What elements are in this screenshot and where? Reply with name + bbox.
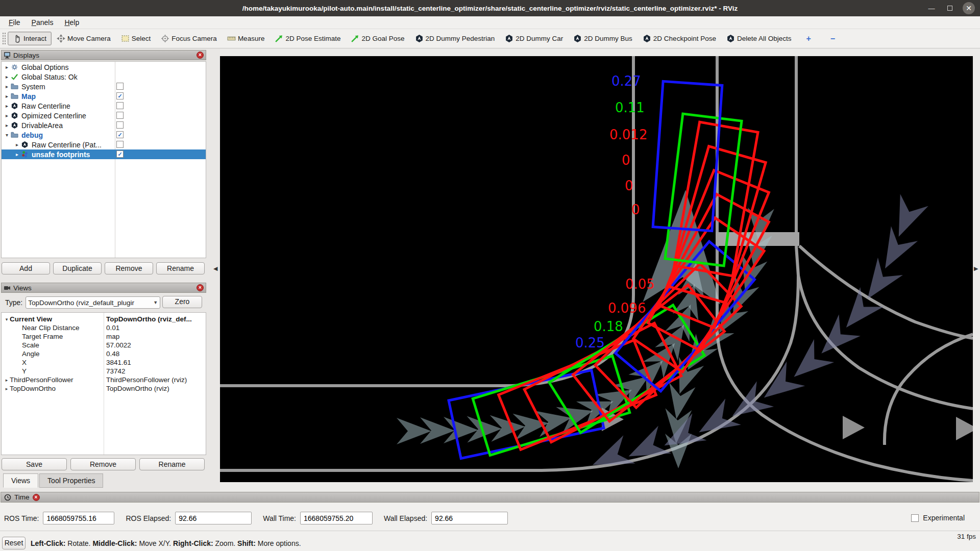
tool-label: Focus Camera [172, 35, 217, 42]
minus-tool-button[interactable]: − [827, 32, 839, 46]
view-property-row-angle[interactable]: Angle0.48 [2, 349, 206, 358]
expander-closed-icon[interactable]: ▸ [4, 378, 10, 383]
right-lane-arrow [843, 416, 865, 439]
displays-tree: ▸Global Options▸Global Status: Ok▸System… [1, 61, 206, 258]
wall-time-input[interactable] [300, 512, 373, 524]
minimize-icon[interactable]: — [926, 3, 937, 14]
display-row-global-options[interactable]: ▸Global Options [2, 62, 206, 72]
view-property-row-near-clip-distance[interactable]: Near Clip Distance0.01 [2, 323, 206, 332]
dock-collapse-right-icon[interactable]: ▶ [974, 265, 978, 272]
views-remove-button[interactable]: Remove [70, 458, 136, 470]
maximize-icon[interactable] [944, 3, 955, 14]
view-property-row-scale[interactable]: Scale57.0022 [2, 341, 206, 349]
tool-select[interactable]: Select [116, 32, 156, 45]
expander-closed-icon[interactable]: ▸ [4, 103, 10, 109]
tab-views[interactable]: Views [3, 473, 38, 488]
time-panel: Time × ROS Time:ROS Elapsed:Wall Time:Wa… [0, 491, 980, 531]
tool-2d-dummy-bus[interactable]: 2D Dummy Bus [568, 32, 638, 45]
tool-delete-all-objects[interactable]: Delete All Objects [721, 32, 797, 45]
view-property-row-target-frame[interactable]: Target Framemap [2, 332, 206, 341]
displays-duplicate-button[interactable]: Duplicate [53, 262, 102, 274]
display-label: Global Options [21, 63, 69, 71]
expander-closed-icon[interactable]: ▸ [14, 142, 20, 147]
time-panel-title: Time [14, 493, 30, 501]
expander-closed-icon[interactable]: ▸ [4, 64, 10, 70]
expander-closed-icon[interactable]: ▸ [4, 84, 10, 89]
expander-closed-icon[interactable]: ▸ [4, 122, 10, 128]
view-property-row-x[interactable]: X3841.61 [2, 358, 206, 367]
display-row-debug[interactable]: ▾debug [2, 130, 206, 140]
menu-panels[interactable]: Panels [26, 17, 59, 28]
zero-button[interactable]: Zero [162, 296, 202, 308]
expander-closed-icon[interactable]: ▸ [4, 113, 10, 118]
title-bar: /home/takayukimurooka/pilot-auto.main/in… [0, 0, 980, 16]
ros-elapsed-input[interactable] [175, 512, 252, 524]
tool-measure[interactable]: Measure [222, 32, 270, 45]
menu-help[interactable]: Help [59, 17, 85, 28]
display-row-unsafe-footprints[interactable]: ▸unsafe footprints [2, 149, 206, 159]
displays-add-button[interactable]: Add [2, 262, 50, 274]
enable-checkbox[interactable]: ✓ [116, 151, 124, 158]
enable-checkbox[interactable] [116, 141, 124, 148]
wall-elapsed-input[interactable] [431, 512, 508, 524]
view-property-row-topdownortho[interactable]: ▸TopDownOrthoTopDownOrtho (rviz) [2, 384, 206, 393]
time-close-icon[interactable]: × [33, 494, 40, 501]
enable-checkbox[interactable] [116, 112, 124, 119]
display-label: Global Status: Ok [21, 73, 78, 81]
enable-checkbox[interactable]: ✓ [116, 131, 124, 138]
tool-move-camera[interactable]: Move Camera [52, 32, 116, 45]
window-controls: — ✕ [926, 0, 975, 16]
expander-closed-icon[interactable]: ▸ [4, 74, 10, 80]
enable-checkbox[interactable] [116, 102, 124, 109]
dock-collapse-left-icon[interactable]: ◀ [213, 265, 217, 272]
display-row-opimized-centerline[interactable]: ▸Opimized Centerline [2, 111, 206, 120]
ros-time-input[interactable] [43, 512, 114, 524]
display-row-system[interactable]: ▸System [2, 82, 206, 91]
displays-remove-button[interactable]: Remove [105, 262, 153, 274]
property-value: map [106, 333, 119, 340]
views-panel-title: Views [13, 284, 194, 292]
expander-closed-icon[interactable]: ▸ [4, 386, 10, 391]
experimental-checkbox[interactable] [911, 514, 919, 522]
tool-focus-camera[interactable]: Focus Camera [156, 32, 222, 45]
enable-checkbox[interactable]: ✓ [116, 92, 124, 99]
green-arrow-icon [351, 34, 359, 43]
property-value: ThirdPersonFollower (rviz) [106, 376, 187, 384]
mouse-help-text: Left-Click: Rotate. Middle-Click: Move X… [31, 539, 301, 547]
green-arrow-icon [275, 34, 283, 43]
tool-2d-dummy-car[interactable]: 2D Dummy Car [500, 32, 568, 45]
3d-viewport[interactable]: 0.270.110.0120000.050.0960.180.25 [220, 56, 973, 482]
display-row-raw-centerline[interactable]: ▸Raw Centerline [2, 101, 206, 111]
display-row-global-status-ok[interactable]: ▸Global Status: Ok [2, 72, 206, 82]
toolbar-grip[interactable] [2, 32, 6, 45]
views-save-button[interactable]: Save [2, 458, 67, 470]
displays-rename-button[interactable]: Rename [156, 262, 205, 274]
display-row-raw-centerline-pat-[interactable]: ▸Raw Centerline (Pat... [2, 140, 206, 149]
enable-checkbox[interactable] [116, 121, 124, 129]
views-panel-header: Views × [1, 283, 206, 293]
reset-button[interactable]: Reset [2, 537, 26, 549]
close-icon[interactable]: ✕ [963, 2, 975, 14]
view-property-row-thirdpersonfollower[interactable]: ▸ThirdPersonFollowerThirdPersonFollower … [2, 375, 206, 384]
menu-file[interactable]: File [3, 17, 26, 28]
plus-tool-button[interactable]: + [803, 32, 815, 46]
tool-2d-goal-pose[interactable]: 2D Goal Pose [346, 32, 409, 45]
expander-open-icon[interactable]: ▾ [4, 132, 10, 138]
enable-checkbox[interactable] [116, 83, 124, 90]
tool-2d-dummy-pedestrian[interactable]: 2D Dummy Pedestrian [410, 32, 500, 45]
expander-closed-icon[interactable]: ▸ [4, 93, 10, 99]
tool-2d-pose-estimate[interactable]: 2D Pose Estimate [270, 32, 346, 45]
view-type-dropdown[interactable]: TopDownOrtho (rviz_default_plugir ▼ [26, 296, 160, 309]
view-property-row-current-view[interactable]: ▾Current ViewTopDownOrtho (rviz_def... [2, 315, 206, 323]
tool-interact[interactable]: Interact [8, 32, 52, 45]
display-row-map[interactable]: ▸Map [2, 91, 206, 101]
views-rename-button[interactable]: Rename [139, 458, 205, 470]
tool-2d-checkpoint-pose[interactable]: 2D Checkpoint Pose [638, 32, 721, 45]
views-close-icon[interactable]: × [197, 284, 204, 291]
display-row-drivablearea[interactable]: ▸DrivableArea [2, 120, 206, 130]
view-property-row-y[interactable]: Y73742 [2, 367, 206, 375]
displays-close-icon[interactable]: × [197, 52, 204, 59]
expander-open-icon[interactable]: ▾ [4, 317, 10, 322]
tab-tool-properties[interactable]: Tool Properties [39, 473, 103, 488]
expander-closed-icon[interactable]: ▸ [14, 152, 20, 157]
